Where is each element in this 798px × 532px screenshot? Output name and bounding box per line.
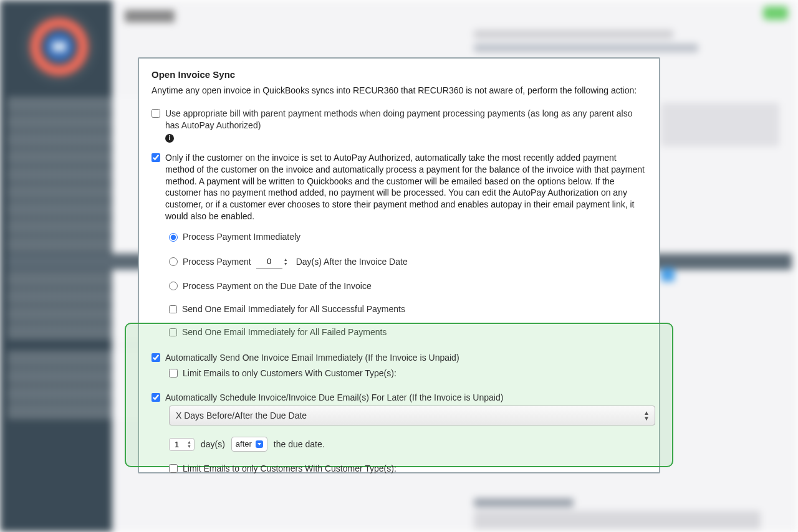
select-arrows-icon: ▲▼ <box>643 410 650 421</box>
checkbox-autopay[interactable] <box>151 153 160 162</box>
radio-due-date[interactable] <box>169 282 178 290</box>
checkbox-limit-customers-2-label: Limit Emails to only Customers With Cust… <box>183 463 647 475</box>
select-schedule-timing-value: X Days Before/After the Due Date <box>176 410 307 422</box>
auto-email-section: Automatically Send One Invoice Email Imm… <box>151 352 647 475</box>
option-autopay-label: Only if the customer on the invoice is s… <box>165 152 647 222</box>
open-invoice-sync-modal: Open Invoice Sync Anytime any open invoi… <box>138 57 660 473</box>
radio-due-label: Process Payment on the Due Date of the I… <box>183 280 372 292</box>
offset-suffix: the due date. <box>274 439 325 450</box>
checkbox-email-success[interactable] <box>169 305 177 313</box>
option-bill-parent: Use appropriate bill with parent payment… <box>151 108 647 143</box>
radio-after-suffix: Day(s) After the Invoice Date <box>296 256 408 268</box>
info-icon[interactable]: i <box>165 134 174 143</box>
schedule-offset-row: ▲▼ day(s) after the due date. <box>169 437 647 452</box>
page-header-blur <box>125 10 786 22</box>
checkbox-limit-customers-1[interactable] <box>169 369 178 378</box>
checkbox-limit-customers-1-label: Limit Emails to only Customers With Cust… <box>183 368 647 379</box>
option-bill-parent-label: Use appropriate bill with parent payment… <box>165 108 632 130</box>
checkbox-email-failed-label: Send One Email Immediately for All Faile… <box>182 326 387 338</box>
stepper-days-after[interactable]: ▲▼ <box>284 257 291 266</box>
checkbox-limit-customers-2[interactable] <box>169 464 178 473</box>
app-logo <box>22 9 97 84</box>
radio-immediate[interactable] <box>169 233 178 242</box>
checkbox-auto-send-invoice-label: Automatically Send One Invoice Email Imm… <box>165 352 647 364</box>
checkbox-email-success-label: Send One Email Immediately for All Succe… <box>182 303 405 315</box>
offset-days-label: day(s) <box>201 439 225 450</box>
option-autopay: Only if the customer on the invoice is s… <box>151 152 647 222</box>
select-schedule-timing[interactable]: X Days Before/After the Due Date ▲▼ <box>169 406 655 425</box>
radio-after-prefix: Process Payment <box>183 256 251 268</box>
dropdown-icon <box>256 440 263 448</box>
checkbox-bill-parent[interactable] <box>151 109 160 118</box>
select-before-after[interactable]: after <box>231 437 267 452</box>
input-days-after[interactable] <box>256 254 282 269</box>
stepper-offset-days[interactable]: ▲▼ <box>187 440 191 449</box>
checkbox-auto-schedule[interactable] <box>151 393 160 402</box>
modal-intro: Anytime any open invoice in QuickBooks s… <box>151 85 647 97</box>
modal-title: Open Invoice Sync <box>151 69 647 81</box>
checkbox-auto-schedule-label: Automatically Schedule Invoice/Invoice D… <box>165 392 647 404</box>
checkbox-auto-send-invoice[interactable] <box>151 353 160 362</box>
input-offset-days[interactable] <box>175 440 187 449</box>
payment-timing-radios: Process Payment Immediately Process Paym… <box>169 231 647 338</box>
radio-after-days[interactable] <box>169 257 178 266</box>
header-badge-blur <box>763 6 788 20</box>
radio-immediate-label: Process Payment Immediately <box>183 231 300 243</box>
checkbox-email-failed[interactable] <box>169 328 177 336</box>
select-before-after-value: after <box>236 439 252 450</box>
